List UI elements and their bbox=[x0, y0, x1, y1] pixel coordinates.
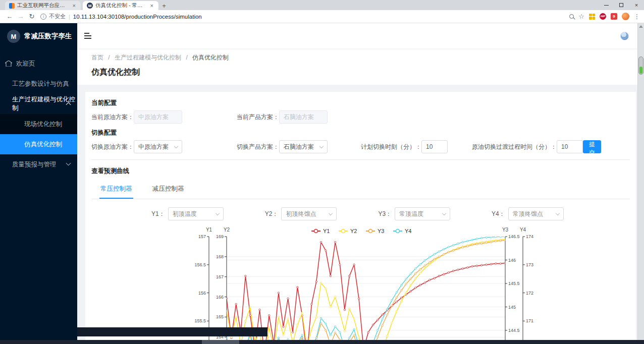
new-tab-button[interactable]: + bbox=[158, 1, 170, 10]
y4-select[interactable]: 常顶终馏点 bbox=[508, 207, 564, 220]
y2-select[interactable]: 初顶终馏点 bbox=[281, 207, 337, 220]
sidebar-item-process-design[interactable]: 工艺参数设计与仿真 bbox=[0, 74, 77, 94]
user-avatar[interactable] bbox=[620, 32, 629, 40]
vertical-scrollbar-thumb[interactable] bbox=[638, 56, 643, 75]
info-icon[interactable]: i bbox=[40, 14, 46, 20]
sidebar-submenu: 现场优化控制 仿真优化控制 bbox=[0, 114, 77, 154]
prediction-curves-title: 查看预测曲线 bbox=[91, 167, 630, 176]
browser-window: 工业互联网平台应用商店 × M 仿真优化控制 - 常减压数字孪生 × + × ←… bbox=[0, 0, 644, 344]
y2-value: 初顶终馏点 bbox=[286, 210, 316, 218]
sidebar-item-simulation-control[interactable]: 仿真优化控制 bbox=[0, 134, 77, 154]
url-text: 10.11.13.104:30108/productionProcess/sim… bbox=[73, 14, 202, 20]
select-arrow-icon bbox=[442, 211, 446, 215]
home-icon bbox=[5, 61, 12, 67]
y1-select[interactable]: 初顶温度 bbox=[168, 207, 224, 220]
svg-text:146.5: 146.5 bbox=[508, 234, 520, 239]
legend-item-Y2[interactable]: Y2 bbox=[339, 228, 357, 234]
chevron-down-icon bbox=[66, 161, 71, 166]
svg-text:145: 145 bbox=[508, 305, 516, 310]
current-config-row: 当前原油方案： 中原油方案 当前产品方案： 石脑油方案 bbox=[91, 110, 630, 124]
window-maximize-button[interactable] bbox=[614, 0, 629, 10]
legend-item-Y3[interactable]: Y3 bbox=[366, 228, 384, 234]
svg-text:173: 173 bbox=[526, 262, 533, 267]
svg-text:167: 167 bbox=[216, 274, 224, 279]
select-arrow-icon bbox=[174, 144, 178, 148]
reload-icon[interactable]: ↻ bbox=[26, 13, 37, 20]
browser-menu-icon[interactable]: ⋮ bbox=[634, 13, 640, 20]
sidebar-item-label: 质量预报与管理 bbox=[12, 160, 57, 169]
sidebar-item-label: 现场优化控制 bbox=[24, 120, 62, 129]
current-product-field: 石脑油方案 bbox=[279, 110, 328, 124]
search-icon[interactable] bbox=[569, 14, 574, 19]
controller-tabs: 常压控制器 减压控制器 bbox=[91, 181, 630, 199]
tab-atmospheric-controller[interactable]: 常压控制器 bbox=[99, 181, 133, 199]
address-bar[interactable]: i 不安全 | 10.11.13.104:30108/productionPro… bbox=[40, 13, 569, 20]
transition-time-label: 原油切换过渡过程时间（分）： bbox=[472, 143, 557, 151]
browser-toolbar: ← → ↻ i 不安全 | 10.11.13.104:30108/product… bbox=[0, 10, 644, 23]
extension-grid-icon[interactable] bbox=[589, 14, 595, 20]
sidebar-item-onsite-control[interactable]: 现场优化控制 bbox=[0, 114, 77, 134]
horizontal-scrollbar-thumb[interactable] bbox=[77, 327, 267, 336]
breadcrumb: 首页 / 生产过程建模与优化控制 / 仿真优化控制 bbox=[91, 53, 630, 62]
collapse-menu-icon[interactable] bbox=[84, 31, 91, 40]
logo-badge: M bbox=[7, 30, 20, 43]
current-oil-label: 当前原油方案： bbox=[91, 113, 134, 122]
back-icon[interactable]: ← bbox=[4, 13, 15, 20]
adblock-extension-icon[interactable]: ABP bbox=[600, 13, 606, 20]
svg-text:165: 165 bbox=[216, 314, 224, 319]
page-header-block: 首页 / 生产过程建模与优化控制 / 仿真优化控制 仿真优化控制 bbox=[77, 48, 644, 85]
content-card: 当前配置 当前原油方案： 中原油方案 当前产品方案： 石脑油方案 切换配置 切换… bbox=[85, 92, 636, 340]
svg-text:169: 169 bbox=[216, 234, 224, 239]
select-arrow-icon bbox=[319, 144, 324, 148]
submit-switch-config-button[interactable]: 提交切换配置 bbox=[583, 140, 601, 153]
switch-product-select[interactable]: 石脑油方案 bbox=[279, 140, 328, 153]
browser-tab-appstore[interactable]: 工业互联网平台应用商店 × bbox=[5, 1, 81, 10]
svg-text:146: 146 bbox=[508, 258, 516, 263]
appstore-favicon bbox=[9, 3, 15, 9]
prediction-chart: Y1154.5155155.5156156.5157Y2162163164165… bbox=[192, 226, 558, 340]
browser-tab-simulation[interactable]: M 仿真优化控制 - 常减压数字孪生 × bbox=[83, 1, 158, 10]
sidebar-item-label: 工艺参数设计与仿真 bbox=[12, 80, 69, 88]
svg-text:171: 171 bbox=[526, 318, 533, 323]
svg-text:Y3: Y3 bbox=[502, 227, 509, 233]
red-extension-icon[interactable]: 9 bbox=[611, 13, 617, 20]
scrollbar-up-arrow-icon[interactable] bbox=[639, 25, 643, 28]
legend-item-Y4[interactable]: Y4 bbox=[393, 228, 411, 234]
y-selector-row: Y1： 初顶温度 Y2： 初顶终馏点 Y3： bbox=[91, 207, 630, 220]
select-arrow-icon bbox=[329, 211, 333, 215]
window-close-button[interactable]: × bbox=[629, 0, 644, 10]
breadcrumb-level2[interactable]: 生产过程建模与优化控制 bbox=[115, 54, 181, 61]
forward-icon[interactable]: → bbox=[15, 13, 26, 20]
svg-text:Y4: Y4 bbox=[520, 227, 526, 233]
legend-item-Y1[interactable]: Y1 bbox=[311, 228, 330, 234]
plan-time-input[interactable] bbox=[421, 140, 448, 153]
switch-oil-select[interactable]: 中原油方案 bbox=[134, 140, 182, 153]
svg-text:156: 156 bbox=[198, 291, 206, 296]
transition-time-input[interactable] bbox=[557, 140, 583, 153]
tab-close-icon[interactable]: × bbox=[149, 3, 154, 9]
window-minimize-button[interactable] bbox=[599, 0, 614, 10]
y3-select[interactable]: 常顶温度 bbox=[395, 207, 450, 220]
breadcrumb-home[interactable]: 首页 bbox=[91, 54, 103, 61]
switch-config-title: 切换配置 bbox=[91, 129, 630, 137]
sidebar-item-quality-forecast[interactable]: 质量预报与管理 bbox=[0, 154, 77, 175]
tab-title: 仿真优化控制 - 常减压数字孪生 bbox=[95, 2, 146, 9]
sidebar-item-production-modeling[interactable]: 生产过程建模与优化控制 bbox=[0, 94, 77, 114]
security-label: 不安全 bbox=[49, 13, 66, 20]
browser-profile-avatar[interactable] bbox=[622, 13, 629, 20]
chart-container: Y1154.5155155.5156156.5157Y2162163164165… bbox=[192, 226, 630, 340]
breadcrumb-separator: / bbox=[108, 54, 110, 61]
tab-vacuum-controller[interactable]: 减压控制器 bbox=[151, 181, 185, 198]
y3-label: Y3： bbox=[378, 210, 392, 218]
page-title: 仿真优化控制 bbox=[91, 67, 630, 78]
taskbar-strip bbox=[0, 340, 644, 344]
svg-text:157: 157 bbox=[198, 234, 206, 239]
sidebar-item-welcome[interactable]: 欢迎页 bbox=[0, 53, 77, 74]
sidebar: M 常减压数字孪生 欢迎页 工艺参数设计与仿真 生产过程建模与优化控制 bbox=[0, 23, 77, 340]
tab-close-icon[interactable]: × bbox=[72, 3, 77, 9]
vertical-scrollbar[interactable] bbox=[637, 23, 644, 340]
browser-tabstrip: 工业互联网平台应用商店 × M 仿真优化控制 - 常减压数字孪生 × + × bbox=[0, 0, 644, 10]
top-header bbox=[77, 23, 644, 48]
switch-product-value: 石脑油方案 bbox=[284, 143, 314, 151]
bookmark-star-icon[interactable]: ☆ bbox=[578, 13, 584, 20]
